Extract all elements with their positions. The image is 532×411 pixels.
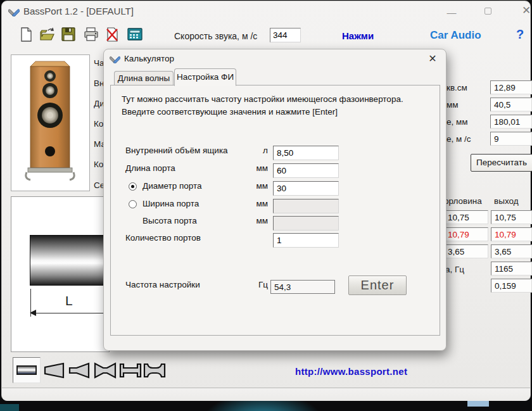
width-radio-unchecked[interactable] xyxy=(129,200,137,208)
volume-input[interactable] xyxy=(273,146,339,160)
param-label-diameter: мм xyxy=(446,100,459,110)
port-height-input xyxy=(273,216,339,231)
port-count-label: Количество портов xyxy=(125,233,201,243)
port-diameter-input[interactable] xyxy=(273,181,339,196)
length-dimension-label: L xyxy=(65,293,73,308)
calculator-icon[interactable] xyxy=(127,27,142,42)
volume-unit: л xyxy=(212,146,268,155)
result-ratio: 0,159 xyxy=(491,279,532,293)
param-value-velocity: 9 xyxy=(490,132,532,146)
new-file-icon[interactable] xyxy=(19,27,34,42)
tools-app-icon xyxy=(8,5,20,19)
website-link[interactable]: http://www.bassport.net xyxy=(295,366,407,377)
double-horn-port-icon[interactable] xyxy=(93,362,117,379)
tuning-frequency-unit: Гц xyxy=(212,280,268,289)
results-col1-header: орловина xyxy=(444,196,482,206)
result-exit-3: 3,65 xyxy=(491,244,532,258)
port-width-unit: мм xyxy=(212,199,268,208)
result-exit-1: 10,75 xyxy=(491,210,532,224)
enter-button[interactable]: Enter xyxy=(348,275,407,295)
dimension-line xyxy=(30,313,107,313)
help-icon[interactable]: ? xyxy=(516,27,524,42)
param-value-area: 12,89 xyxy=(490,80,532,94)
flanged-port-icon[interactable] xyxy=(118,362,142,379)
window-title: BassPort 1.2 - [DEFAULT] xyxy=(23,6,134,16)
screen: BassPort 1.2 - [DEFAULT] — ✕ Скорость зв… xyxy=(0,0,532,411)
results-col2-header: выход xyxy=(494,196,519,206)
port-length-unit: мм xyxy=(212,163,268,173)
field-row-port-diameter: Диаметр порта мм xyxy=(111,181,440,196)
dialog-title: Калькулятор xyxy=(124,54,174,63)
desktop-fragment xyxy=(0,404,19,411)
field-row-port-width: Ширина порта мм xyxy=(111,199,440,214)
tab-content-panel: Тут можно рассчитать частоту настройки и… xyxy=(110,85,440,336)
result-throat-3: 3,65 xyxy=(444,244,488,258)
tools-dialog-icon xyxy=(110,53,120,66)
recalculate-button[interactable]: Пересчитать xyxy=(471,154,532,172)
port-shape-straight-selected[interactable] xyxy=(13,357,41,383)
flanged-curved-port-icon[interactable] xyxy=(142,362,167,379)
horn-port-icon[interactable] xyxy=(68,362,92,379)
info-text-line1: Тут можно рассчитать частоту настройки и… xyxy=(122,94,403,104)
close-button[interactable]: ✕ xyxy=(520,4,532,17)
port-height-unit: мм xyxy=(212,216,268,225)
field-row-port-height: Высота порта мм xyxy=(111,216,440,231)
print-icon[interactable] xyxy=(84,27,99,42)
result-exit-2: 10,79 xyxy=(491,227,532,241)
open-file-icon[interactable] xyxy=(39,27,54,42)
port-width-label: Ширина порта xyxy=(142,199,199,208)
speed-of-sound-label: Скорость звука, м /с xyxy=(174,31,257,41)
results-freq-label: а, Гц xyxy=(445,265,464,274)
maximize-button[interactable] xyxy=(484,8,491,15)
car-audio-link[interactable]: Car Audio xyxy=(430,29,481,42)
param-value-diameter: 40,5 xyxy=(490,98,532,111)
tab-wavelength[interactable]: Длина волны xyxy=(114,71,174,85)
tuning-frequency-value: 54,3 xyxy=(270,280,335,294)
port-count-input[interactable] xyxy=(273,233,339,248)
dimension-arrow-icon xyxy=(30,310,36,316)
result-frequency: 1165 xyxy=(491,262,532,275)
save-icon[interactable] xyxy=(61,27,77,42)
param-label-velocity: е, м /с xyxy=(446,134,471,144)
param-value-length: 180,01 xyxy=(490,115,532,129)
speaker-image xyxy=(11,54,90,191)
port-length-input[interactable] xyxy=(273,163,339,178)
result-throat-1: 10,75 xyxy=(444,210,488,224)
result-throat-2: 10,79 xyxy=(444,227,488,241)
dialog-close-icon[interactable]: ✕ xyxy=(426,52,440,66)
port-diameter-unit: мм xyxy=(212,181,268,191)
diameter-radio-checked[interactable] xyxy=(129,182,137,191)
tuning-frequency-label: Частота настройки xyxy=(125,280,200,289)
cone-port-icon[interactable] xyxy=(42,362,66,379)
field-row-volume: Внутренний объём ящика л xyxy=(111,146,440,161)
port-width-input xyxy=(273,199,339,213)
press-link[interactable]: Нажми xyxy=(342,30,374,41)
port-cylinder-image xyxy=(30,235,107,286)
tab-port-tuning[interactable]: Настройка ФИ xyxy=(174,68,236,86)
status-bar xyxy=(2,388,530,401)
calculator-dialog: Калькулятор ✕ Длина волны Настройка ФИ Т… xyxy=(103,49,446,351)
info-text-line2: Введите соответствующие значения и нажми… xyxy=(122,107,338,117)
port-height-label: Высота порта xyxy=(142,216,197,225)
param-label-length: е, мм xyxy=(446,117,468,127)
field-row-port-length: Длина порта мм xyxy=(111,163,440,179)
field-row-port-count: Количество портов xyxy=(111,233,440,248)
port-diameter-label: Диаметр порта xyxy=(142,181,202,191)
titlebar: BassPort 1.2 - [DEFAULT] — ✕ xyxy=(2,1,530,20)
param-label-area: кв.см xyxy=(446,83,467,92)
speed-of-sound-input[interactable] xyxy=(270,28,301,42)
delete-file-icon[interactable] xyxy=(105,27,120,42)
straight-port-icon xyxy=(16,365,37,375)
port-length-label: Длина порта xyxy=(125,163,175,173)
minimize-button[interactable]: — xyxy=(444,9,459,19)
